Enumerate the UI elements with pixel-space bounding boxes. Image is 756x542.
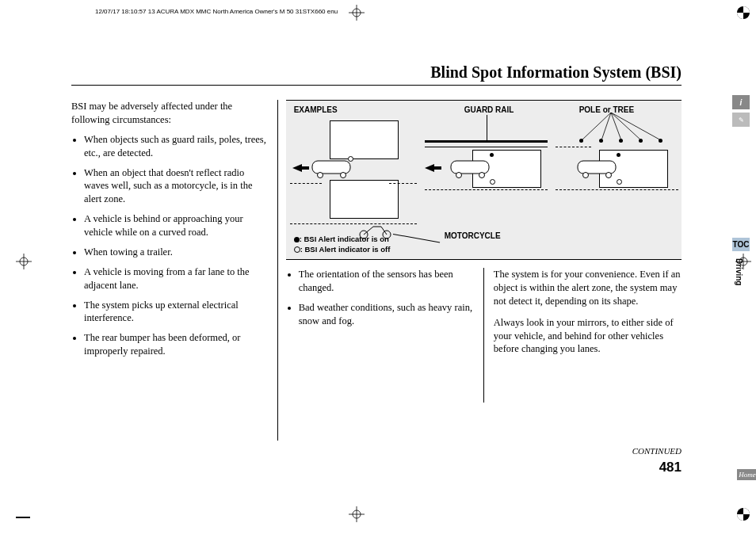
column-left: BSI may be adversely affected under the … <box>71 100 269 441</box>
examples-label: EXAMPLES <box>294 105 338 114</box>
body-text: Always look in your mirrors, to either s… <box>494 316 682 357</box>
lane-dash <box>389 183 417 185</box>
pointer-fan <box>575 113 666 143</box>
wrench-icon: ✎ <box>739 116 744 124</box>
guardrail-label: GUARD RAIL <box>464 105 514 114</box>
list-item: The rear bumper has been deformed, or im… <box>84 331 269 358</box>
svg-point-24 <box>605 173 611 178</box>
reg-mark-tr <box>735 5 751 21</box>
svg-point-23 <box>582 173 588 178</box>
column-divider <box>483 268 484 403</box>
svg-line-25 <box>582 113 611 140</box>
tab-wrench-icon[interactable]: ✎ <box>732 113 750 127</box>
column-mid: The orientation of the sensors has been … <box>286 268 474 403</box>
print-header: 12/07/17 18:10:57 13 ACURA MDX MMC North… <box>95 8 338 15</box>
indicator-off-icon <box>617 179 622 185</box>
motorcycle-label: MOTORCYCLE <box>445 231 501 240</box>
body-text: The system is for your convenience. Even… <box>494 268 682 308</box>
svg-rect-14 <box>312 161 350 174</box>
intro-text: BSI may be adversely affected under the … <box>71 100 269 127</box>
column-right: The system is for your convenience. Even… <box>494 268 682 403</box>
lane-dash <box>290 223 417 225</box>
tab-section-driving[interactable]: Driving <box>732 255 746 288</box>
svg-rect-22 <box>578 161 616 174</box>
info-icon: i <box>740 98 743 107</box>
pointer-line <box>393 234 440 242</box>
dot-icon <box>294 237 300 242</box>
pointer-line <box>487 115 487 141</box>
car-icon <box>575 156 619 178</box>
lane-dash <box>556 189 678 191</box>
examples-figure: EXAMPLES GUARD RAIL POLE or TREE MOTORCY… <box>286 100 682 260</box>
list-item: Bad weather conditions, such as heavy ra… <box>299 301 474 328</box>
list-item: When an object that doesn't reflect radi… <box>84 166 269 207</box>
tab-home[interactable]: Home <box>737 469 756 480</box>
list-item: When objects such as guard rails, poles,… <box>84 133 269 160</box>
lane-dash <box>425 189 548 191</box>
lane-dash <box>556 147 591 148</box>
column-divider <box>277 100 278 441</box>
tab-info-icon[interactable]: i <box>732 95 750 109</box>
svg-point-21 <box>479 173 484 178</box>
indicator-on-icon <box>617 153 620 157</box>
continued-label: CONTINUED <box>632 446 682 456</box>
circle-icon <box>294 246 300 253</box>
list-item: The orientation of the sensors has been … <box>299 268 474 295</box>
svg-line-29 <box>611 113 661 140</box>
list-item: When towing a trailer. <box>84 246 269 259</box>
reg-mark-br <box>735 506 751 522</box>
conditions-list: When objects such as guard rails, poles,… <box>71 133 269 358</box>
page-title: Blind Spot Information System (BSI) <box>71 63 682 86</box>
direction-arrow-icon <box>425 164 434 172</box>
indicator-off-icon <box>348 156 353 162</box>
figure-legend: : BSI Alert indicator is on : BSI Alert … <box>294 235 391 254</box>
crop-mark-top <box>349 5 365 21</box>
indicator-off-icon <box>490 179 495 185</box>
alert-zone-box <box>330 180 399 219</box>
tab-toc[interactable]: TOC <box>732 238 750 251</box>
guardrail-line <box>425 147 548 147</box>
svg-point-15 <box>317 173 323 178</box>
list-item: A vehicle is moving from a far lane to t… <box>84 265 269 292</box>
svg-point-16 <box>340 173 346 178</box>
list-item: The system picks up external electrical … <box>84 299 269 326</box>
svg-line-27 <box>611 113 621 140</box>
indicator-on-icon <box>490 153 494 157</box>
direction-arrow-icon <box>292 164 302 172</box>
crop-mark-left <box>16 254 32 269</box>
reg-mark-bl <box>16 517 30 518</box>
car-icon <box>449 156 492 178</box>
alert-zone-box <box>330 120 399 159</box>
car-icon <box>310 156 353 178</box>
list-item: A vehicle is behind or approaching your … <box>84 212 269 239</box>
svg-point-20 <box>456 173 461 178</box>
lane-dash <box>290 183 322 185</box>
crop-mark-bottom <box>349 506 365 522</box>
page-number: 481 <box>659 460 682 475</box>
svg-rect-19 <box>451 161 489 174</box>
